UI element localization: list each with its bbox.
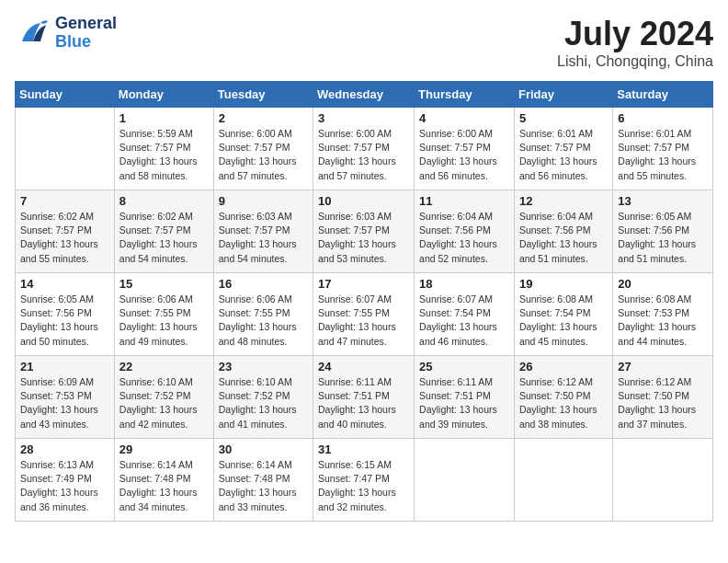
calendar-cell (16, 108, 115, 190)
calendar-cell: 30 Sunrise: 6:14 AM Sunset: 7:48 PM Dayl… (213, 439, 313, 522)
sunrise-text: Sunrise: 6:03 AM (219, 211, 292, 222)
day-number: 8 (119, 194, 209, 208)
day-info: Sunrise: 6:12 AM Sunset: 7:50 PM Dayligh… (618, 375, 708, 431)
sunrise-text: Sunrise: 6:10 AM (119, 376, 193, 387)
day-number: 1 (119, 111, 209, 125)
sunset-text: Sunset: 7:52 PM (219, 390, 290, 401)
month-year-title: July 2024 (557, 15, 713, 53)
day-number: 25 (419, 360, 509, 373)
day-number: 27 (618, 360, 708, 373)
sunset-text: Sunset: 7:56 PM (618, 224, 689, 236)
calendar-cell: 3 Sunrise: 6:00 AM Sunset: 7:57 PM Dayli… (313, 108, 415, 190)
day-info: Sunrise: 6:11 AM Sunset: 7:51 PM Dayligh… (318, 375, 409, 431)
daylight-text: Daylight: 13 hours and 43 minutes. (20, 404, 98, 429)
daylight-text: Daylight: 13 hours and 48 minutes. (219, 321, 297, 346)
sunrise-text: Sunrise: 6:00 AM (419, 128, 493, 139)
sunrise-text: Sunrise: 6:08 AM (519, 293, 593, 304)
daylight-text: Daylight: 13 hours and 32 minutes. (318, 487, 396, 511)
daylight-text: Daylight: 13 hours and 56 minutes. (419, 155, 497, 180)
logo-general-text: General (55, 15, 117, 33)
calendar-week-row: 14 Sunrise: 6:05 AM Sunset: 7:56 PM Dayl… (16, 273, 713, 356)
sunset-text: Sunset: 7:55 PM (219, 307, 290, 318)
calendar-cell: 21 Sunrise: 6:09 AM Sunset: 7:53 PM Dayl… (16, 356, 115, 439)
calendar-week-row: 7 Sunrise: 6:02 AM Sunset: 7:57 PM Dayli… (16, 190, 713, 273)
daylight-text: Daylight: 13 hours and 37 minutes. (618, 404, 696, 429)
sunset-text: Sunset: 7:49 PM (20, 473, 92, 484)
day-info: Sunrise: 6:13 AM Sunset: 7:49 PM Dayligh… (20, 458, 109, 514)
day-info: Sunrise: 6:00 AM Sunset: 7:57 PM Dayligh… (419, 127, 509, 183)
sunset-text: Sunset: 7:54 PM (519, 307, 591, 318)
day-info: Sunrise: 6:09 AM Sunset: 7:53 PM Dayligh… (20, 375, 109, 431)
daylight-text: Daylight: 13 hours and 55 minutes. (618, 155, 696, 180)
calendar-cell: 14 Sunrise: 6:05 AM Sunset: 7:56 PM Dayl… (16, 273, 115, 356)
page-header: General Blue July 2024 Lishi, Chongqing,… (15, 15, 713, 70)
calendar-cell: 4 Sunrise: 6:00 AM Sunset: 7:57 PM Dayli… (415, 108, 515, 190)
daylight-text: Daylight: 13 hours and 39 minutes. (419, 404, 497, 429)
day-number: 20 (618, 277, 708, 291)
sunrise-text: Sunrise: 6:14 AM (219, 459, 292, 470)
weekday-header-saturday: Saturday (613, 82, 713, 108)
day-info: Sunrise: 6:00 AM Sunset: 7:57 PM Dayligh… (318, 127, 409, 183)
calendar-cell: 11 Sunrise: 6:04 AM Sunset: 7:56 PM Dayl… (415, 190, 515, 273)
day-number: 13 (618, 194, 708, 208)
sunset-text: Sunset: 7:55 PM (119, 307, 191, 318)
day-number: 5 (519, 111, 608, 125)
sunset-text: Sunset: 7:48 PM (119, 473, 191, 484)
sunset-text: Sunset: 7:50 PM (519, 390, 591, 401)
sunrise-text: Sunrise: 6:00 AM (318, 128, 392, 139)
day-info: Sunrise: 6:00 AM Sunset: 7:57 PM Dayligh… (219, 127, 308, 183)
calendar-cell: 10 Sunrise: 6:03 AM Sunset: 7:57 PM Dayl… (313, 190, 415, 273)
sunset-text: Sunset: 7:53 PM (20, 390, 92, 401)
calendar-cell: 22 Sunrise: 6:10 AM Sunset: 7:52 PM Dayl… (114, 356, 213, 439)
day-number: 18 (419, 277, 509, 291)
day-info: Sunrise: 6:02 AM Sunset: 7:57 PM Dayligh… (119, 210, 209, 266)
daylight-text: Daylight: 13 hours and 56 minutes. (519, 155, 597, 180)
day-number: 7 (20, 194, 109, 208)
day-number: 21 (20, 360, 109, 373)
day-info: Sunrise: 6:15 AM Sunset: 7:47 PM Dayligh… (318, 458, 409, 514)
daylight-text: Daylight: 13 hours and 50 minutes. (20, 321, 98, 346)
daylight-text: Daylight: 13 hours and 52 minutes. (419, 238, 497, 263)
day-number: 4 (419, 111, 509, 125)
calendar-cell: 13 Sunrise: 6:05 AM Sunset: 7:56 PM Dayl… (613, 190, 713, 273)
day-number: 31 (318, 442, 409, 456)
day-info: Sunrise: 5:59 AM Sunset: 7:57 PM Dayligh… (119, 127, 209, 183)
calendar-cell (514, 439, 612, 522)
sunset-text: Sunset: 7:57 PM (119, 224, 191, 236)
day-info: Sunrise: 6:04 AM Sunset: 7:56 PM Dayligh… (419, 210, 509, 266)
day-info: Sunrise: 6:12 AM Sunset: 7:50 PM Dayligh… (519, 375, 608, 431)
sunset-text: Sunset: 7:57 PM (119, 142, 191, 153)
day-info: Sunrise: 6:04 AM Sunset: 7:56 PM Dayligh… (519, 210, 608, 266)
day-number: 23 (219, 360, 308, 373)
calendar-cell: 23 Sunrise: 6:10 AM Sunset: 7:52 PM Dayl… (213, 356, 313, 439)
sunrise-text: Sunrise: 6:06 AM (119, 293, 193, 304)
calendar-table: SundayMondayTuesdayWednesdayThursdayFrid… (15, 81, 713, 522)
sunset-text: Sunset: 7:57 PM (519, 142, 591, 153)
day-info: Sunrise: 6:14 AM Sunset: 7:48 PM Dayligh… (219, 458, 308, 514)
daylight-text: Daylight: 13 hours and 47 minutes. (318, 321, 396, 346)
sunset-text: Sunset: 7:50 PM (618, 390, 689, 401)
calendar-cell: 18 Sunrise: 6:07 AM Sunset: 7:54 PM Dayl… (415, 273, 515, 356)
day-info: Sunrise: 6:05 AM Sunset: 7:56 PM Dayligh… (20, 293, 109, 349)
day-number: 15 (119, 277, 209, 291)
daylight-text: Daylight: 13 hours and 54 minutes. (119, 238, 198, 263)
sunset-text: Sunset: 7:51 PM (318, 390, 390, 401)
sunset-text: Sunset: 7:53 PM (618, 307, 689, 318)
sunrise-text: Sunrise: 5:59 AM (119, 128, 193, 139)
day-number: 17 (318, 277, 409, 291)
sunrise-text: Sunrise: 6:11 AM (419, 376, 493, 387)
daylight-text: Daylight: 13 hours and 49 minutes. (119, 321, 198, 346)
calendar-cell: 27 Sunrise: 6:12 AM Sunset: 7:50 PM Dayl… (613, 356, 713, 439)
daylight-text: Daylight: 13 hours and 51 minutes. (618, 238, 696, 263)
sunrise-text: Sunrise: 6:07 AM (318, 293, 392, 304)
weekday-header-row: SundayMondayTuesdayWednesdayThursdayFrid… (16, 82, 713, 108)
title-block: July 2024 Lishi, Chongqing, China (557, 15, 713, 70)
calendar-cell: 24 Sunrise: 6:11 AM Sunset: 7:51 PM Dayl… (313, 356, 415, 439)
day-number: 3 (318, 111, 409, 125)
daylight-text: Daylight: 13 hours and 38 minutes. (519, 404, 597, 429)
sunrise-text: Sunrise: 6:11 AM (318, 376, 392, 387)
sunrise-text: Sunrise: 6:08 AM (618, 293, 691, 304)
day-info: Sunrise: 6:08 AM Sunset: 7:54 PM Dayligh… (519, 293, 608, 349)
sunrise-text: Sunrise: 6:13 AM (20, 459, 94, 470)
calendar-cell: 9 Sunrise: 6:03 AM Sunset: 7:57 PM Dayli… (213, 190, 313, 273)
